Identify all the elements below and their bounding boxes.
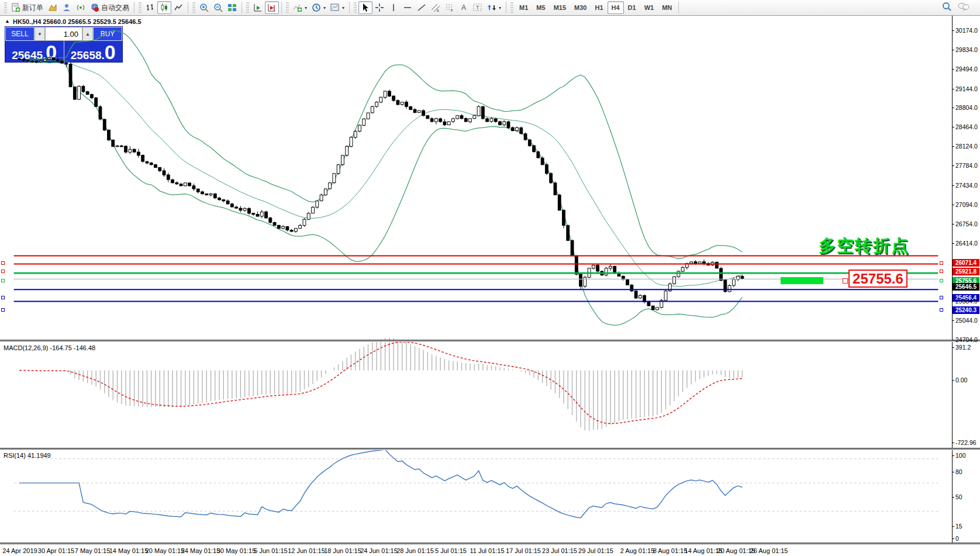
date-tick-label: 7 May 01:15 — [75, 547, 111, 554]
candlestick-chart-icon — [160, 3, 169, 12]
new-order-button[interactable]: 新订单 — [9, 1, 46, 14]
line-end-handle[interactable] — [1, 279, 5, 282]
rsi-tick-label: 80 — [955, 468, 962, 475]
toolbar-separator — [281, 2, 282, 13]
toolbar-separator — [349, 2, 350, 13]
price-tick-label: 26414.0 — [955, 240, 978, 247]
crosshair-button[interactable] — [372, 1, 387, 14]
line-end-handle[interactable] — [940, 296, 943, 299]
line-end-handle[interactable] — [1, 261, 5, 265]
date-tick-label: 5 Jun 01:15 — [254, 547, 288, 554]
templates-icon — [330, 3, 340, 12]
line-end-handle[interactable] — [940, 261, 943, 265]
svg-text:F: F — [451, 9, 453, 12]
date-tick-label: 12 Jun 01:15 — [288, 547, 325, 554]
charts-icon — [48, 3, 57, 12]
timeframe-tf-m30-button[interactable]: M30 — [570, 1, 591, 14]
auto-scroll-icon — [253, 3, 263, 12]
price-label-anchor-marker[interactable] — [843, 278, 848, 284]
auto-trading-button[interactable]: 自动交易 — [88, 1, 132, 14]
profile-button[interactable] — [60, 1, 74, 14]
search-icon[interactable] — [936, 1, 952, 14]
chart-shift-icon — [267, 3, 277, 12]
line-end-handle[interactable] — [940, 308, 943, 312]
vertical-line-button[interactable] — [387, 1, 401, 14]
equidistant-channel-button[interactable]: E — [429, 1, 443, 14]
zoom-out-button[interactable] — [211, 1, 225, 14]
fibonacci-button[interactable]: F — [443, 1, 457, 14]
zoom-in-button[interactable] — [197, 1, 211, 14]
date-tick-label: 14 May 01:15 — [109, 547, 149, 554]
charts-button[interactable] — [46, 1, 60, 14]
new-order-icon — [11, 3, 20, 12]
date-tick-label: 11 Jul 01:15 — [470, 547, 504, 554]
line-end-handle[interactable] — [1, 308, 5, 312]
dropdown-caret-icon: ▾ — [499, 5, 501, 11]
date-tick-label: 24 May 01:15 — [181, 547, 220, 554]
signals-button[interactable] — [74, 1, 88, 14]
date-tick-label: 8 Aug 01:15 — [653, 547, 688, 554]
timeframe-tf-w1-button[interactable]: W1 — [640, 1, 658, 14]
tf-m5-label: M5 — [536, 4, 545, 11]
timeframe-tf-m1-button[interactable]: M1 — [515, 1, 532, 14]
chart-shift-button[interactable] — [265, 1, 279, 14]
date-tick-label: 20 May 01:15 — [146, 547, 185, 554]
cursor-icon — [361, 3, 370, 12]
tf-w1-label: W1 — [644, 4, 654, 11]
tf-d1-label: D1 — [628, 4, 636, 11]
line-end-handle[interactable] — [940, 279, 943, 282]
line-end-handle[interactable] — [1, 296, 5, 299]
timeframe-tf-h1-button[interactable]: H1 — [591, 1, 607, 14]
trend-line-button[interactable] — [415, 1, 429, 14]
horizontal-line-button[interactable] — [401, 1, 415, 14]
toolbar-separator — [134, 2, 134, 13]
tile-windows-icon — [227, 3, 237, 12]
timeframe-tf-h4-button[interactable]: H4 — [608, 1, 624, 14]
chat-icon[interactable] — [952, 2, 969, 13]
cursor-button[interactable] — [358, 1, 372, 14]
toolbar-right — [936, 1, 978, 14]
templates-button[interactable]: ▾ — [328, 1, 347, 14]
dropdown-caret-icon: ▾ — [323, 5, 326, 11]
date-tick-label: 28 Jun 01:15 — [396, 547, 434, 554]
timeframe-tf-m5-button[interactable]: M5 — [532, 1, 549, 14]
arrows-button[interactable]: ▾ — [485, 1, 503, 14]
indicators-button[interactable]: ▾ — [291, 1, 309, 14]
dropdown-caret-icon: ▾ — [342, 5, 344, 11]
periods-button[interactable]: ▾ — [309, 1, 328, 14]
date-tick-label: 17 Jul 01:15 — [506, 547, 541, 554]
pane-separator-macd[interactable] — [0, 340, 980, 342]
candlestick-chart-button[interactable] — [157, 1, 171, 14]
toolbar-grip — [246, 2, 249, 13]
toolbar-grip — [354, 2, 357, 13]
timeframe-tf-d1-button[interactable]: D1 — [624, 1, 640, 14]
text-label-button[interactable]: T — [471, 1, 485, 14]
rsi-tick-label: 0 — [955, 535, 959, 542]
pane-separator-rsi[interactable] — [0, 448, 980, 450]
date-tick-label: 18 Jun 01:15 — [324, 547, 361, 554]
line-end-handle[interactable] — [940, 270, 943, 273]
text-icon: A — [459, 3, 468, 12]
price-tick-label: 28464.0 — [955, 123, 978, 130]
tf-m1-label: M1 — [519, 4, 528, 11]
text-button[interactable]: A — [457, 1, 471, 14]
vertical-line-icon — [389, 3, 398, 12]
new-order-label: 新订单 — [22, 3, 43, 13]
timeframe-tf-m15-button[interactable]: M15 — [550, 1, 570, 14]
price-tick-label: 28124.0 — [955, 143, 978, 150]
date-tick-label: 2 Aug 01:15 — [620, 547, 655, 554]
bar-chart-button[interactable] — [143, 1, 157, 14]
key-level-label[interactable]: 25755.6 — [848, 270, 907, 288]
price-axis-badge: 25240.3 — [953, 306, 979, 314]
tile-windows-button[interactable] — [225, 1, 239, 14]
bar-chart-icon — [146, 3, 155, 12]
timeframe-tf-mn-button[interactable]: MN — [658, 1, 676, 14]
price-axis-badge: 26071.4 — [953, 259, 979, 267]
date-tick-label: 24 Apr 2019 — [2, 547, 37, 554]
line-chart-button[interactable] — [171, 1, 185, 14]
line-end-handle[interactable] — [1, 270, 5, 273]
price-tick-label: 28804.0 — [955, 104, 978, 111]
auto-scroll-button[interactable] — [251, 1, 265, 14]
price-tick-label: 27434.0 — [955, 182, 978, 189]
periods-icon — [312, 3, 321, 12]
